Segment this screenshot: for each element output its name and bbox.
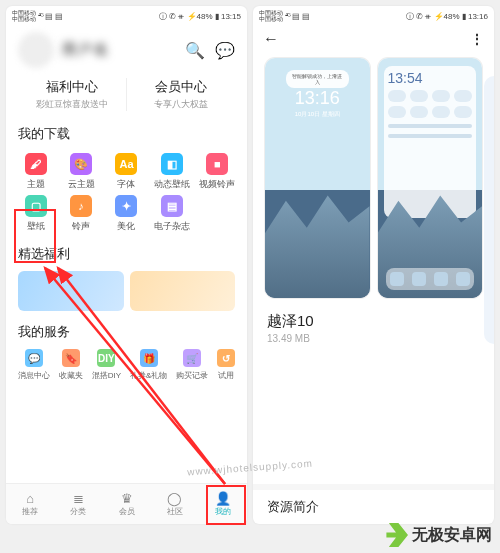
member-sub: 专享八大权益: [127, 98, 235, 111]
net-icons: ▤ ▤: [45, 12, 63, 21]
watermark-text: 无极安卓网: [412, 525, 492, 546]
theme-name: 越泽10: [253, 302, 494, 331]
mine-icon: 👤: [215, 492, 231, 506]
top-bar: ← ⋮: [253, 24, 494, 54]
welfare-title: 福利中心: [18, 78, 126, 96]
more-icon[interactable]: ⋮: [470, 31, 484, 47]
theme-icon: 🖌: [25, 153, 47, 175]
downloads-title: 我的下载: [6, 121, 247, 147]
watermark-logo-icon: [384, 523, 408, 547]
status-right: ⓘ ✆ ᚑ ⚡48% ▮ 13:16: [406, 11, 488, 22]
downloads-grid: 🖌主题 🎨云主题 Aa字体 ◧动态壁纸 ■视频铃声 ▢壁纸 ♪铃声 ✦美化 ▤电…: [6, 147, 247, 241]
svc-favorites[interactable]: 🔖收藏夹: [59, 349, 83, 381]
item-cloud-theme[interactable]: 🎨云主题: [59, 153, 102, 191]
promo-card[interactable]: [130, 271, 236, 311]
svc-trial[interactable]: ↺试用: [217, 349, 235, 381]
carrier2: 中国移动: [12, 16, 36, 22]
status-bar: 中国移动 中国移动 ⁴ᴳ ▤ ▤ ⓘ ✆ ᚑ ⚡48% ▮ 13:15: [6, 6, 247, 24]
font-icon: Aa: [115, 153, 137, 175]
wallpaper-icon: ▢: [25, 195, 47, 217]
resource-title: 资源简介: [253, 490, 494, 524]
profile-header: 用户名 🔍 💬: [6, 24, 247, 72]
left-phone: 中国移动 中国移动 ⁴ᴳ ▤ ▤ ⓘ ✆ ᚑ ⚡48% ▮ 13:15 用户名 …: [6, 6, 247, 524]
tab-category[interactable]: ≣分类: [54, 484, 102, 524]
promo-row: [6, 267, 247, 319]
search-icon[interactable]: 🔍: [185, 41, 205, 60]
signal-icon: ⁴ᴳ: [38, 12, 43, 21]
purchase-icon: 🛒: [183, 349, 201, 367]
preview-date: 10月10日 星期四: [265, 110, 370, 119]
item-magazine[interactable]: ▤电子杂志: [150, 195, 193, 233]
favorites-icon: 🔖: [62, 349, 80, 367]
community-icon: ◯: [167, 492, 182, 506]
tab-mine[interactable]: 👤我的: [199, 484, 247, 524]
featured-title: 精选福利: [6, 241, 247, 267]
item-theme[interactable]: 🖌主题: [14, 153, 57, 191]
services-title: 我的服务: [6, 319, 247, 345]
welfare-sub: 彩虹豆惊喜放送中: [18, 98, 126, 111]
centers: 福利中心 彩虹豆惊喜放送中 会员中心 专享八大权益: [18, 78, 235, 111]
ringtone-icon: ♪: [70, 195, 92, 217]
back-icon[interactable]: ←: [263, 30, 279, 48]
messages-icon: 💬: [25, 349, 43, 367]
status-bar: 中国移动 中国移动 ⁴ᴳ ▤ ▤ ⓘ ✆ ᚑ ⚡48% ▮ 13:16: [253, 6, 494, 24]
video-ringtone-icon: ■: [206, 153, 228, 175]
svc-purchase[interactable]: 🛒购买记录: [176, 349, 208, 381]
magazine-icon: ▤: [161, 195, 183, 217]
item-wallpaper[interactable]: ▢壁纸: [14, 195, 57, 233]
preview-clock: 13:16: [265, 88, 370, 109]
theme-previews: 智能解锁成功，上滑进入 13:16 10月10日 星期四 13:54: [253, 54, 494, 302]
right-phone: 中国移动 中国移动 ⁴ᴳ ▤ ▤ ⓘ ✆ ᚑ ⚡48% ▮ 13:16 ← ⋮ …: [253, 6, 494, 524]
member-icon: ♛: [121, 492, 133, 506]
item-live-wallpaper[interactable]: ◧动态壁纸: [150, 153, 193, 191]
tab-member[interactable]: ♛会员: [102, 484, 150, 524]
trial-icon: ↺: [217, 349, 235, 367]
gifts-icon: 🎁: [140, 349, 158, 367]
status-right: ⓘ ✆ ᚑ ⚡48% ▮ 13:15: [159, 11, 241, 22]
next-preview-edge[interactable]: [484, 76, 494, 344]
tab-community[interactable]: ◯社区: [151, 484, 199, 524]
item-video-ringtone[interactable]: ■视频铃声: [196, 153, 239, 191]
beautify-icon: ✦: [115, 195, 137, 217]
item-font[interactable]: Aa字体: [105, 153, 148, 191]
member-title: 会员中心: [127, 78, 235, 96]
theme-size: 13.49 MB: [253, 331, 494, 346]
tab-bar: ⌂推荐 ≣分类 ♛会员 ◯社区 👤我的: [6, 483, 247, 524]
tab-recommend[interactable]: ⌂推荐: [6, 484, 54, 524]
services-row: 💬消息中心 🔖收藏夹 DIY混搭DIY 🎁礼券&礼物 🛒购买记录 ↺试用: [6, 345, 247, 385]
item-beautify[interactable]: ✦美化: [105, 195, 148, 233]
unlock-bubble: 智能解锁成功，上滑进入: [286, 70, 349, 88]
diy-icon: DIY: [97, 349, 115, 367]
preview-clock2: 13:54: [388, 70, 473, 86]
promo-card[interactable]: [18, 271, 124, 311]
svc-diy[interactable]: DIY混搭DIY: [92, 349, 121, 381]
category-icon: ≣: [73, 492, 84, 506]
member-center[interactable]: 会员中心 专享八大权益: [127, 78, 235, 111]
preview-homescreen[interactable]: 13:54: [378, 58, 483, 298]
avatar[interactable]: [18, 32, 54, 68]
watermark: 无极安卓网: [384, 523, 492, 547]
preview-lockscreen[interactable]: 智能解锁成功，上滑进入 13:16 10月10日 星期四: [265, 58, 370, 298]
welfare-center[interactable]: 福利中心 彩虹豆惊喜放送中: [18, 78, 127, 111]
svc-gifts[interactable]: 🎁礼券&礼物: [130, 349, 167, 381]
recommend-icon: ⌂: [26, 492, 34, 506]
svc-messages[interactable]: 💬消息中心: [18, 349, 50, 381]
item-ringtone[interactable]: ♪铃声: [59, 195, 102, 233]
live-wallpaper-icon: ◧: [161, 153, 183, 175]
user-name: 用户名: [62, 41, 110, 59]
message-icon[interactable]: 💬: [215, 41, 235, 60]
cloud-theme-icon: 🎨: [70, 153, 92, 175]
